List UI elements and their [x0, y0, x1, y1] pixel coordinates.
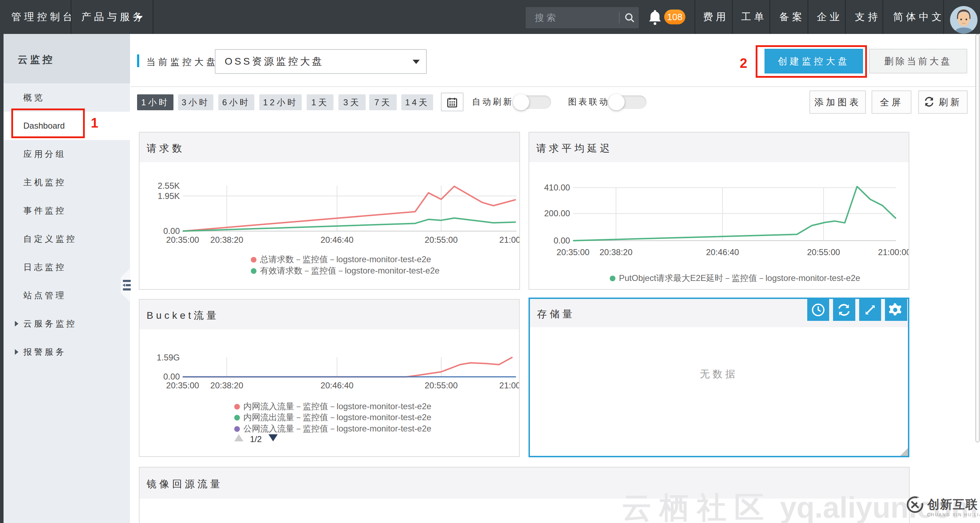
svg-text:20:46:40: 20:46:40: [706, 247, 739, 257]
svg-text:0.00: 0.00: [554, 236, 570, 245]
svg-text:20:35:00: 20:35:00: [166, 235, 199, 244]
svg-text:20:55:00: 20:55:00: [807, 247, 840, 257]
svg-text:1.95K: 1.95K: [158, 191, 180, 201]
svg-text:20:55:00: 20:55:00: [425, 235, 458, 244]
svg-text:21:00:00: 21:00:00: [499, 235, 520, 244]
svg-text:20:38:20: 20:38:20: [210, 235, 243, 244]
svg-text:20:38:20: 20:38:20: [600, 247, 632, 257]
svg-text:200.00: 200.00: [544, 209, 570, 218]
svg-text:20:35:00: 20:35:00: [557, 247, 589, 257]
svg-text:20:55:00: 20:55:00: [425, 381, 458, 390]
svg-text:21:00:00: 21:00:00: [499, 381, 520, 390]
svg-text:20:46:40: 20:46:40: [320, 381, 353, 390]
svg-text:20:35:00: 20:35:00: [166, 381, 199, 390]
svg-text:2.55K: 2.55K: [158, 181, 180, 190]
svg-text:410.00: 410.00: [544, 183, 570, 192]
svg-text:21:00:00: 21:00:00: [878, 247, 908, 257]
svg-text:20:46:40: 20:46:40: [320, 235, 353, 244]
svg-text:1.59G: 1.59G: [157, 353, 180, 362]
svg-text:20:38:20: 20:38:20: [210, 381, 243, 390]
svg-text:0.00: 0.00: [163, 226, 180, 236]
svg-text:0.00: 0.00: [163, 372, 180, 381]
